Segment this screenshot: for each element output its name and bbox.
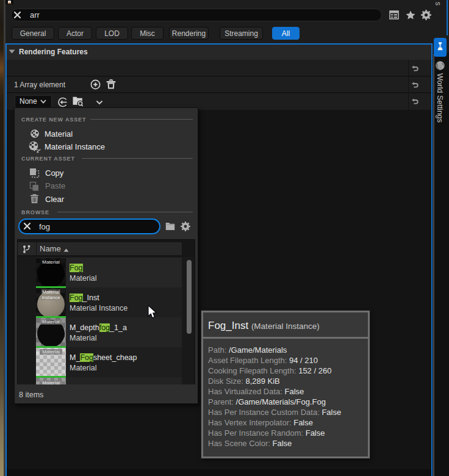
svg-text:World Settings: World Settings bbox=[436, 73, 444, 123]
svg-text:s: s bbox=[434, 2, 442, 5]
